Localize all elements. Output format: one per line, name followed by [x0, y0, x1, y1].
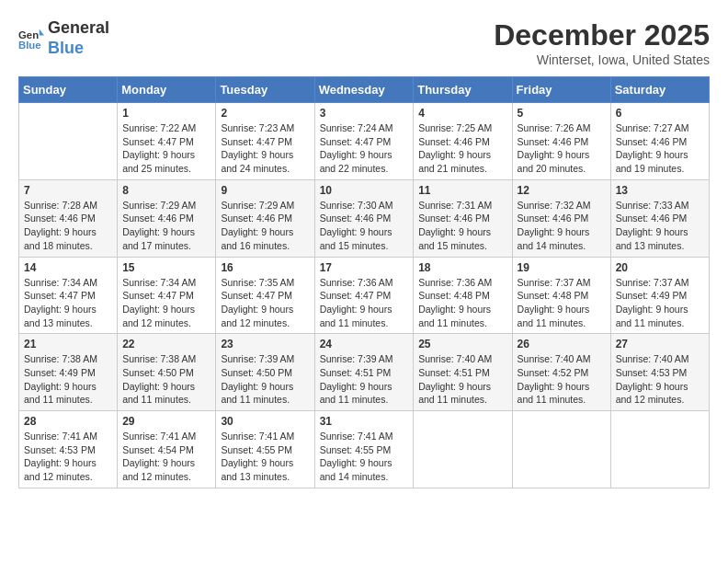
day-number: 8	[122, 184, 210, 197]
calendar-cell: 19Sunrise: 7:37 AMSunset: 4:48 PMDayligh…	[512, 257, 610, 334]
day-info: Sunrise: 7:29 AMSunset: 4:46 PMDaylight:…	[221, 199, 309, 253]
weekday-header-sunday: Sunday	[19, 77, 118, 103]
day-info: Sunrise: 7:39 AMSunset: 4:50 PMDaylight:…	[221, 352, 309, 407]
day-info: Sunrise: 7:25 AMSunset: 4:46 PMDaylight:…	[418, 121, 506, 176]
day-number: 28	[24, 415, 112, 428]
day-number: 25	[418, 338, 506, 350]
day-info: Sunrise: 7:31 AMSunset: 4:46 PMDaylight:…	[418, 199, 506, 253]
day-info: Sunrise: 7:39 AMSunset: 4:51 PMDaylight:…	[320, 352, 409, 407]
calendar-week-row: 1Sunrise: 7:22 AMSunset: 4:47 PMDaylight…	[19, 103, 710, 180]
day-number: 31	[320, 415, 409, 428]
day-number: 12	[518, 184, 606, 197]
calendar-cell: 16Sunrise: 7:35 AMSunset: 4:47 PMDayligh…	[216, 257, 314, 334]
day-number: 2	[221, 107, 309, 120]
day-info: Sunrise: 7:30 AMSunset: 4:46 PMDaylight:…	[320, 199, 409, 253]
day-number: 27	[616, 338, 704, 350]
day-info: Sunrise: 7:41 AMSunset: 4:55 PMDaylight:…	[221, 430, 309, 484]
day-info: Sunrise: 7:41 AMSunset: 4:53 PMDaylight:…	[24, 430, 112, 484]
calendar-cell: 12Sunrise: 7:32 AMSunset: 4:46 PMDayligh…	[512, 179, 610, 257]
day-number: 5	[518, 107, 606, 120]
day-info: Sunrise: 7:22 AMSunset: 4:47 PMDaylight:…	[122, 121, 210, 176]
calendar-cell: 14Sunrise: 7:34 AMSunset: 4:47 PMDayligh…	[19, 257, 118, 334]
calendar-cell: 6Sunrise: 7:27 AMSunset: 4:46 PMDaylight…	[610, 103, 709, 180]
calendar-cell: 26Sunrise: 7:40 AMSunset: 4:52 PMDayligh…	[512, 334, 610, 411]
weekday-header-tuesday: Tuesday	[216, 77, 314, 103]
day-number: 26	[518, 338, 606, 350]
calendar-cell	[610, 411, 709, 488]
calendar-table: SundayMondayTuesdayWednesdayThursdayFrid…	[18, 76, 710, 488]
calendar-week-row: 7Sunrise: 7:28 AMSunset: 4:46 PMDaylight…	[19, 179, 710, 257]
day-info: Sunrise: 7:34 AMSunset: 4:47 PMDaylight:…	[122, 276, 210, 330]
day-number: 16	[221, 261, 309, 274]
day-info: Sunrise: 7:35 AMSunset: 4:47 PMDaylight:…	[221, 276, 309, 330]
day-info: Sunrise: 7:33 AMSunset: 4:46 PMDaylight:…	[616, 199, 704, 253]
day-info: Sunrise: 7:40 AMSunset: 4:52 PMDaylight:…	[518, 352, 606, 407]
day-number: 9	[221, 184, 309, 197]
calendar-cell: 27Sunrise: 7:40 AMSunset: 4:53 PMDayligh…	[610, 334, 709, 411]
calendar-cell: 5Sunrise: 7:26 AMSunset: 4:46 PMDaylight…	[512, 103, 610, 180]
day-number: 6	[616, 107, 704, 120]
weekday-header-friday: Friday	[512, 77, 610, 103]
day-number: 30	[221, 415, 309, 428]
day-info: Sunrise: 7:34 AMSunset: 4:47 PMDaylight:…	[24, 276, 112, 330]
day-info: Sunrise: 7:23 AMSunset: 4:47 PMDaylight:…	[221, 121, 309, 176]
calendar-cell: 28Sunrise: 7:41 AMSunset: 4:53 PMDayligh…	[19, 411, 118, 488]
day-info: Sunrise: 7:40 AMSunset: 4:51 PMDaylight:…	[418, 352, 506, 407]
calendar-cell: 17Sunrise: 7:36 AMSunset: 4:47 PMDayligh…	[314, 257, 414, 334]
calendar-cell: 20Sunrise: 7:37 AMSunset: 4:49 PMDayligh…	[610, 257, 709, 334]
calendar-cell: 22Sunrise: 7:38 AMSunset: 4:50 PMDayligh…	[118, 334, 216, 411]
calendar-cell: 15Sunrise: 7:34 AMSunset: 4:47 PMDayligh…	[118, 257, 216, 334]
day-number: 13	[616, 184, 704, 197]
day-info: Sunrise: 7:36 AMSunset: 4:48 PMDaylight:…	[418, 276, 506, 330]
day-number: 7	[24, 184, 112, 197]
logo-text: General Blue	[48, 18, 109, 58]
day-number: 4	[418, 107, 506, 120]
calendar-week-row: 14Sunrise: 7:34 AMSunset: 4:47 PMDayligh…	[19, 257, 710, 334]
day-number: 1	[122, 107, 210, 120]
weekday-header-saturday: Saturday	[610, 77, 709, 103]
calendar-cell: 18Sunrise: 7:36 AMSunset: 4:48 PMDayligh…	[414, 257, 512, 334]
calendar-cell: 21Sunrise: 7:38 AMSunset: 4:49 PMDayligh…	[19, 334, 118, 411]
calendar-cell: 24Sunrise: 7:39 AMSunset: 4:51 PMDayligh…	[314, 334, 414, 411]
day-info: Sunrise: 7:41 AMSunset: 4:55 PMDaylight:…	[320, 430, 409, 484]
calendar-cell: 10Sunrise: 7:30 AMSunset: 4:46 PMDayligh…	[314, 179, 414, 257]
calendar-cell: 7Sunrise: 7:28 AMSunset: 4:46 PMDaylight…	[19, 179, 118, 257]
day-info: Sunrise: 7:26 AMSunset: 4:46 PMDaylight:…	[518, 121, 606, 176]
calendar-cell: 11Sunrise: 7:31 AMSunset: 4:46 PMDayligh…	[414, 179, 512, 257]
day-number: 19	[518, 261, 606, 274]
calendar-week-row: 28Sunrise: 7:41 AMSunset: 4:53 PMDayligh…	[19, 411, 710, 488]
weekday-header-row: SundayMondayTuesdayWednesdayThursdayFrid…	[19, 77, 710, 103]
calendar-week-row: 21Sunrise: 7:38 AMSunset: 4:49 PMDayligh…	[19, 334, 710, 411]
logo-icon: Gen Blue	[18, 26, 44, 52]
logo-line1: General	[48, 18, 109, 37]
day-number: 14	[24, 261, 112, 274]
day-info: Sunrise: 7:37 AMSunset: 4:48 PMDaylight:…	[518, 276, 606, 330]
logo-line2: Blue	[48, 39, 84, 57]
calendar-cell: 1Sunrise: 7:22 AMSunset: 4:47 PMDaylight…	[118, 103, 216, 180]
day-info: Sunrise: 7:29 AMSunset: 4:46 PMDaylight:…	[122, 199, 210, 253]
calendar-cell: 25Sunrise: 7:40 AMSunset: 4:51 PMDayligh…	[414, 334, 512, 411]
svg-marker-2	[40, 29, 44, 35]
weekday-header-monday: Monday	[118, 77, 216, 103]
day-number: 21	[24, 338, 112, 350]
day-number: 29	[122, 415, 210, 428]
calendar-cell: 29Sunrise: 7:41 AMSunset: 4:54 PMDayligh…	[118, 411, 216, 488]
day-info: Sunrise: 7:24 AMSunset: 4:47 PMDaylight:…	[320, 121, 409, 176]
day-number: 18	[418, 261, 506, 274]
location: Winterset, Iowa, United States	[494, 52, 710, 67]
calendar-cell	[19, 103, 118, 180]
weekday-header-wednesday: Wednesday	[314, 77, 414, 103]
day-info: Sunrise: 7:38 AMSunset: 4:50 PMDaylight:…	[122, 352, 210, 407]
calendar-cell: 23Sunrise: 7:39 AMSunset: 4:50 PMDayligh…	[216, 334, 314, 411]
day-number: 23	[221, 338, 309, 350]
day-info: Sunrise: 7:40 AMSunset: 4:53 PMDaylight:…	[616, 352, 704, 407]
calendar-cell: 4Sunrise: 7:25 AMSunset: 4:46 PMDaylight…	[414, 103, 512, 180]
title-block: December 2025 Winterset, Iowa, United St…	[494, 18, 710, 67]
day-info: Sunrise: 7:41 AMSunset: 4:54 PMDaylight:…	[122, 430, 210, 484]
day-info: Sunrise: 7:32 AMSunset: 4:46 PMDaylight:…	[518, 199, 606, 253]
day-number: 22	[122, 338, 210, 350]
weekday-header-thursday: Thursday	[414, 77, 512, 103]
calendar-cell: 30Sunrise: 7:41 AMSunset: 4:55 PMDayligh…	[216, 411, 314, 488]
calendar-cell: 9Sunrise: 7:29 AMSunset: 4:46 PMDaylight…	[216, 179, 314, 257]
calendar-cell: 2Sunrise: 7:23 AMSunset: 4:47 PMDaylight…	[216, 103, 314, 180]
